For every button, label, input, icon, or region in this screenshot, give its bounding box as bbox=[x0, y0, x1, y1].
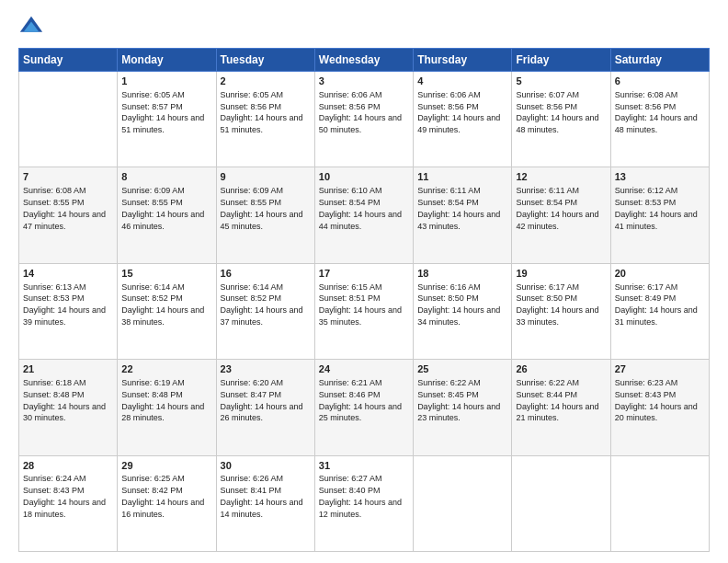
calendar-week-3: 14Sunrise: 6:13 AMSunset: 8:53 PMDayligh… bbox=[19, 263, 710, 359]
calendar-cell: 1Sunrise: 6:05 AMSunset: 8:57 PMDaylight… bbox=[118, 72, 216, 167]
daylight: Daylight: 14 hours and 35 minutes. bbox=[319, 305, 402, 327]
calendar-cell: 11Sunrise: 6:11 AMSunset: 8:54 PMDayligh… bbox=[414, 167, 512, 263]
calendar-cell bbox=[610, 455, 709, 551]
calendar-cell: 29Sunrise: 6:25 AMSunset: 8:42 PMDayligh… bbox=[118, 455, 216, 551]
daylight: Daylight: 14 hours and 42 minutes. bbox=[516, 210, 598, 231]
daylight: Daylight: 14 hours and 39 minutes. bbox=[23, 305, 106, 327]
sunrise: Sunrise: 6:16 AM bbox=[417, 282, 481, 292]
page: SundayMondayTuesdayWednesdayThursdayFrid… bbox=[0, 0, 728, 563]
calendar-cell: 5Sunrise: 6:07 AMSunset: 8:56 PMDaylight… bbox=[512, 72, 610, 167]
daylight: Daylight: 14 hours and 30 minutes. bbox=[23, 402, 106, 423]
calendar: SundayMondayTuesdayWednesdayThursdayFrid… bbox=[18, 48, 710, 552]
daylight: Daylight: 14 hours and 23 minutes. bbox=[417, 402, 500, 423]
sunset: Sunset: 8:48 PM bbox=[23, 390, 85, 399]
day-number: 30 bbox=[221, 459, 311, 473]
daylight: Daylight: 14 hours and 34 minutes. bbox=[417, 305, 500, 327]
daylight: Daylight: 14 hours and 31 minutes. bbox=[615, 305, 698, 327]
sunrise: Sunrise: 6:27 AM bbox=[319, 474, 382, 483]
sunrise: Sunrise: 6:22 AM bbox=[516, 378, 579, 387]
daylight: Daylight: 14 hours and 47 minutes. bbox=[23, 210, 106, 231]
sunset: Sunset: 8:48 PM bbox=[121, 390, 183, 399]
calendar-cell bbox=[19, 72, 118, 167]
sunset: Sunset: 8:42 PM bbox=[121, 486, 183, 495]
day-number: 6 bbox=[615, 75, 705, 88]
day-number: 4 bbox=[417, 75, 507, 88]
sunrise: Sunrise: 6:21 AM bbox=[319, 378, 382, 387]
sunset: Sunset: 8:46 PM bbox=[319, 390, 381, 399]
day-of-week-friday: Friday bbox=[512, 49, 610, 72]
day-number: 18 bbox=[417, 267, 507, 281]
calendar-cell: 9Sunrise: 6:09 AMSunset: 8:55 PMDaylight… bbox=[216, 167, 314, 263]
day-number: 20 bbox=[615, 267, 705, 281]
calendar-cell: 28Sunrise: 6:24 AMSunset: 8:43 PMDayligh… bbox=[19, 455, 118, 551]
calendar-cell bbox=[414, 455, 512, 551]
day-number: 31 bbox=[319, 459, 409, 473]
calendar-week-4: 21Sunrise: 6:18 AMSunset: 8:48 PMDayligh… bbox=[19, 360, 710, 455]
calendar-cell: 4Sunrise: 6:06 AMSunset: 8:56 PMDaylight… bbox=[414, 72, 512, 167]
sunrise: Sunrise: 6:10 AM bbox=[319, 186, 382, 195]
daylight: Daylight: 14 hours and 46 minutes. bbox=[121, 210, 204, 231]
day-number: 25 bbox=[417, 362, 507, 376]
sunset: Sunset: 8:55 PM bbox=[221, 198, 282, 207]
daylight: Daylight: 14 hours and 20 minutes. bbox=[615, 402, 698, 423]
calendar-cell: 8Sunrise: 6:09 AMSunset: 8:55 PMDaylight… bbox=[118, 167, 216, 263]
sunset: Sunset: 8:56 PM bbox=[221, 102, 282, 111]
day-number: 10 bbox=[319, 170, 409, 184]
daylight: Daylight: 14 hours and 14 minutes. bbox=[221, 498, 303, 519]
sunrise: Sunrise: 6:11 AM bbox=[417, 186, 481, 195]
calendar-cell: 19Sunrise: 6:17 AMSunset: 8:50 PMDayligh… bbox=[512, 263, 610, 359]
sunset: Sunset: 8:52 PM bbox=[221, 293, 282, 303]
sunrise: Sunrise: 6:23 AM bbox=[615, 378, 678, 387]
calendar-week-2: 7Sunrise: 6:08 AMSunset: 8:55 PMDaylight… bbox=[19, 167, 710, 263]
sunrise: Sunrise: 6:18 AM bbox=[23, 378, 86, 387]
sunrise: Sunrise: 6:14 AM bbox=[221, 282, 284, 292]
calendar-cell: 20Sunrise: 6:17 AMSunset: 8:49 PMDayligh… bbox=[610, 263, 709, 359]
sunset: Sunset: 8:49 PM bbox=[615, 293, 677, 303]
calendar-cell: 13Sunrise: 6:12 AMSunset: 8:53 PMDayligh… bbox=[610, 167, 709, 263]
sunset: Sunset: 8:50 PM bbox=[417, 293, 479, 303]
sunset: Sunset: 8:57 PM bbox=[121, 102, 183, 111]
daylight: Daylight: 14 hours and 21 minutes. bbox=[516, 402, 598, 423]
calendar-cell: 31Sunrise: 6:27 AMSunset: 8:40 PMDayligh… bbox=[314, 455, 413, 551]
calendar-cell: 23Sunrise: 6:20 AMSunset: 8:47 PMDayligh… bbox=[216, 360, 314, 455]
day-number: 15 bbox=[121, 267, 211, 281]
sunrise: Sunrise: 6:25 AM bbox=[121, 474, 185, 483]
calendar-cell: 12Sunrise: 6:11 AMSunset: 8:54 PMDayligh… bbox=[512, 167, 610, 263]
sunset: Sunset: 8:55 PM bbox=[23, 198, 85, 207]
sunrise: Sunrise: 6:26 AM bbox=[221, 474, 284, 483]
daylight: Daylight: 14 hours and 28 minutes. bbox=[121, 402, 204, 423]
day-number: 19 bbox=[516, 267, 606, 281]
day-number: 16 bbox=[221, 267, 311, 281]
sunrise: Sunrise: 6:06 AM bbox=[417, 90, 481, 99]
daylight: Daylight: 14 hours and 45 minutes. bbox=[221, 210, 303, 231]
daylight: Daylight: 14 hours and 51 minutes. bbox=[221, 113, 303, 134]
sunset: Sunset: 8:43 PM bbox=[615, 390, 677, 399]
day-number: 1 bbox=[121, 75, 211, 88]
sunrise: Sunrise: 6:07 AM bbox=[516, 90, 579, 99]
sunset: Sunset: 8:56 PM bbox=[615, 102, 677, 111]
calendar-cell: 10Sunrise: 6:10 AMSunset: 8:54 PMDayligh… bbox=[314, 167, 413, 263]
calendar-cell: 3Sunrise: 6:06 AMSunset: 8:56 PMDaylight… bbox=[314, 72, 413, 167]
calendar-cell: 24Sunrise: 6:21 AMSunset: 8:46 PMDayligh… bbox=[314, 360, 413, 455]
sunset: Sunset: 8:56 PM bbox=[319, 102, 381, 111]
day-of-week-tuesday: Tuesday bbox=[216, 49, 314, 72]
daylight: Daylight: 14 hours and 49 minutes. bbox=[417, 113, 500, 134]
day-number: 21 bbox=[23, 362, 113, 376]
day-of-week-saturday: Saturday bbox=[610, 49, 709, 72]
day-number: 28 bbox=[23, 459, 113, 473]
day-of-week-monday: Monday bbox=[118, 49, 216, 72]
calendar-cell: 30Sunrise: 6:26 AMSunset: 8:41 PMDayligh… bbox=[216, 455, 314, 551]
day-number: 29 bbox=[121, 459, 211, 473]
daylight: Daylight: 14 hours and 26 minutes. bbox=[221, 402, 303, 423]
sunset: Sunset: 8:55 PM bbox=[121, 198, 183, 207]
sunrise: Sunrise: 6:12 AM bbox=[615, 186, 678, 195]
sunset: Sunset: 8:47 PM bbox=[221, 390, 282, 399]
daylight: Daylight: 14 hours and 38 minutes. bbox=[121, 305, 204, 327]
sunset: Sunset: 8:50 PM bbox=[516, 293, 577, 303]
sunset: Sunset: 8:54 PM bbox=[516, 198, 577, 207]
calendar-week-1: 1Sunrise: 6:05 AMSunset: 8:57 PMDaylight… bbox=[19, 72, 710, 167]
sunrise: Sunrise: 6:20 AM bbox=[221, 378, 284, 387]
daylight: Daylight: 14 hours and 18 minutes. bbox=[23, 498, 106, 519]
sunrise: Sunrise: 6:15 AM bbox=[319, 282, 382, 292]
calendar-cell: 15Sunrise: 6:14 AMSunset: 8:52 PMDayligh… bbox=[118, 263, 216, 359]
